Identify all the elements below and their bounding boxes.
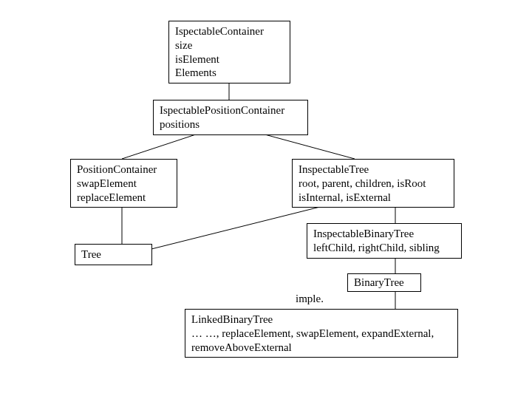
node-line: leftChild, rightChild, sibling: [313, 241, 455, 255]
node-line: … …, replaceElement, swapElement, expand…: [191, 327, 451, 341]
imple-label: imple.: [296, 293, 324, 305]
node-binary-tree: BinaryTree: [347, 273, 421, 292]
node-title: PositionContainer: [77, 163, 171, 177]
node-title: BinaryTree: [354, 276, 415, 290]
node-ispectable-position-container: IspectablePositionContainer positions: [153, 100, 308, 135]
node-inspectable-binary-tree: InspectableBinaryTree leftChild, rightCh…: [307, 223, 462, 259]
node-title: IspectableContainer: [175, 24, 284, 38]
node-line: Elements: [175, 66, 284, 80]
node-line: swapElement: [77, 177, 171, 191]
svg-line-1: [122, 131, 207, 159]
node-line: replaceElement: [77, 191, 171, 205]
node-position-container: PositionContainer swapElement replaceEle…: [70, 159, 177, 208]
node-line: positions: [160, 117, 301, 132]
node-title: Tree: [81, 248, 146, 262]
node-title: InspectableBinaryTree: [313, 227, 455, 241]
node-inspectable-tree: InspectableTree root, parent, children, …: [292, 159, 454, 208]
svg-line-4: [151, 205, 329, 249]
node-tree: Tree: [75, 244, 152, 265]
svg-line-2: [251, 131, 355, 159]
node-title: LinkedBinaryTree: [191, 313, 451, 327]
node-line: isElement: [175, 52, 284, 66]
node-line: root, parent, children, isRoot: [299, 177, 448, 191]
node-title: IspectablePositionContainer: [160, 103, 301, 117]
node-linked-binary-tree: LinkedBinaryTree … …, replaceElement, sw…: [185, 309, 458, 358]
diagram-stage: IspectableContainer size isElement Eleme…: [0, 0, 532, 399]
node-title: InspectableTree: [299, 163, 448, 177]
node-line: size: [175, 38, 284, 52]
node-line: removeAboveExternal: [191, 341, 451, 355]
node-line: isInternal, isExternal: [299, 191, 448, 205]
node-ispectable-container: IspectableContainer size isElement Eleme…: [168, 21, 290, 83]
